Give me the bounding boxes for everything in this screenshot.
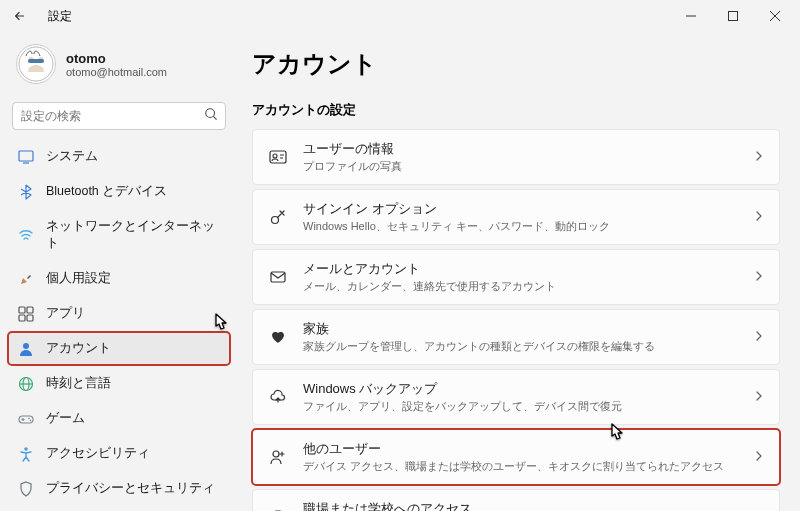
- sidebar-item-label: アカウント: [46, 340, 111, 357]
- sidebar-item-label: プライバシーとセキュリティ: [46, 480, 215, 497]
- search-input[interactable]: [12, 102, 226, 130]
- setting-family[interactable]: 家族家族グループを管理し、アカウントの種類とデバイスの権限を編集する: [252, 309, 780, 365]
- chevron-right-icon: [753, 328, 765, 346]
- setting-windows-backup[interactable]: Windows バックアップファイル、アプリ、設定をバックアップして、デバイス間…: [252, 369, 780, 425]
- sidebar-item-label: アクセシビリティ: [46, 445, 150, 462]
- svg-rect-8: [27, 307, 33, 313]
- svg-rect-7: [19, 307, 25, 313]
- svg-rect-4: [28, 59, 44, 63]
- maximize-icon: [728, 11, 738, 21]
- back-button[interactable]: [4, 0, 36, 32]
- setting-desc: メール、カレンダー、連絡先で使用するアカウント: [303, 279, 753, 294]
- setting-work-school[interactable]: 職場または学校へのアクセスメール、アプリ、ネットワークなどの組織リソース: [252, 489, 780, 511]
- bluetooth-icon: [18, 184, 34, 200]
- chevron-right-icon: [753, 208, 765, 226]
- setting-title: ユーザーの情報: [303, 140, 753, 158]
- profile-name: otomo: [66, 51, 167, 66]
- svg-point-15: [28, 417, 30, 419]
- wifi-icon: [18, 227, 34, 243]
- sidebar-item-bluetooth[interactable]: Bluetooth とデバイス: [8, 175, 230, 208]
- sidebar-item-label: ゲーム: [46, 410, 85, 427]
- sidebar-item-label: Bluetooth とデバイス: [46, 183, 167, 200]
- window-title: 設定: [48, 8, 72, 25]
- accessibility-icon: [18, 446, 34, 462]
- sidebar-item-accounts[interactable]: アカウント: [8, 332, 230, 365]
- sidebar-item-system[interactable]: システム: [8, 140, 230, 173]
- svg-point-16: [30, 419, 32, 421]
- sidebar-item-privacy[interactable]: プライバシーとセキュリティ: [8, 472, 230, 505]
- setting-email-accounts[interactable]: メールとアカウントメール、カレンダー、連絡先で使用するアカウント: [252, 249, 780, 305]
- svg-rect-10: [27, 315, 33, 321]
- svg-point-17: [24, 447, 28, 451]
- svg-rect-18: [270, 151, 286, 163]
- sidebar-item-label: アプリ: [46, 305, 85, 322]
- setting-desc: プロファイルの写真: [303, 159, 753, 174]
- setting-other-users[interactable]: 他のユーザーデバイス アクセス、職場または学校のユーザー、キオスクに割り当てられ…: [252, 429, 780, 485]
- profile-email: otomo@hotmail.com: [66, 66, 167, 78]
- sidebar-item-windows-update[interactable]: Windows Update: [8, 507, 230, 511]
- sidebar-item-label: システム: [46, 148, 98, 165]
- svg-point-5: [206, 109, 215, 118]
- add-user-icon: [267, 448, 289, 466]
- svg-point-11: [23, 343, 29, 349]
- chevron-right-icon: [753, 448, 765, 466]
- chevron-right-icon: [753, 388, 765, 406]
- setting-desc: 家族グループを管理し、アカウントの種類とデバイスの権限を編集する: [303, 339, 753, 354]
- globe-icon: [18, 376, 34, 392]
- svg-rect-21: [271, 272, 285, 282]
- setting-title: 他のユーザー: [303, 440, 753, 458]
- minimize-icon: [686, 11, 696, 21]
- svg-point-22: [273, 451, 279, 457]
- svg-point-1: [19, 47, 53, 81]
- avatar: [16, 44, 56, 84]
- svg-point-19: [273, 154, 277, 158]
- setting-title: Windows バックアップ: [303, 380, 753, 398]
- setting-your-info[interactable]: ユーザーの情報プロファイルの写真: [252, 129, 780, 185]
- search-icon: [204, 107, 218, 125]
- id-card-icon: [267, 148, 289, 166]
- svg-rect-14: [19, 416, 33, 423]
- page-title: アカウント: [252, 48, 780, 80]
- heart-icon: [267, 328, 289, 346]
- sidebar-item-apps[interactable]: アプリ: [8, 297, 230, 330]
- setting-title: 家族: [303, 320, 753, 338]
- sidebar-item-time-language[interactable]: 時刻と言語: [8, 367, 230, 400]
- sidebar-item-label: ネットワークとインターネット: [46, 218, 220, 252]
- chevron-right-icon: [753, 268, 765, 286]
- gamepad-icon: [18, 411, 34, 427]
- apps-icon: [18, 306, 34, 322]
- sidebar-item-label: 時刻と言語: [46, 375, 111, 392]
- setting-title: 職場または学校へのアクセス: [303, 500, 753, 511]
- close-button[interactable]: [754, 0, 796, 32]
- person-icon: [18, 341, 34, 357]
- svg-rect-9: [19, 315, 25, 321]
- paint-icon: [18, 271, 34, 287]
- setting-title: サインイン オプション: [303, 200, 753, 218]
- sidebar-item-label: 個人用設定: [46, 270, 111, 287]
- cloud-backup-icon: [267, 388, 289, 406]
- setting-signin-options[interactable]: サインイン オプションWindows Hello、セキュリティ キー、パスワード…: [252, 189, 780, 245]
- svg-rect-0: [729, 12, 738, 21]
- sidebar-item-gaming[interactable]: ゲーム: [8, 402, 230, 435]
- setting-title: メールとアカウント: [303, 260, 753, 278]
- sidebar-item-personalization[interactable]: 個人用設定: [8, 262, 230, 295]
- setting-desc: ファイル、アプリ、設定をバックアップして、デバイス間で復元: [303, 399, 753, 414]
- system-icon: [18, 149, 34, 165]
- setting-desc: デバイス アクセス、職場または学校のユーザー、キオスクに割り当てられたアクセス: [303, 459, 753, 474]
- setting-desc: Windows Hello、セキュリティ キー、パスワード、動的ロック: [303, 219, 753, 234]
- chevron-right-icon: [753, 148, 765, 166]
- close-icon: [770, 11, 780, 21]
- svg-rect-6: [19, 151, 33, 161]
- shield-icon: [18, 481, 34, 497]
- sidebar-item-network[interactable]: ネットワークとインターネット: [8, 210, 230, 260]
- maximize-button[interactable]: [712, 0, 754, 32]
- minimize-button[interactable]: [670, 0, 712, 32]
- sidebar-item-accessibility[interactable]: アクセシビリティ: [8, 437, 230, 470]
- section-title: アカウントの設定: [252, 102, 780, 119]
- profile-block[interactable]: otomo otomo@hotmail.com: [8, 32, 230, 102]
- mail-icon: [267, 268, 289, 286]
- arrow-left-icon: [13, 9, 27, 23]
- key-icon: [267, 208, 289, 226]
